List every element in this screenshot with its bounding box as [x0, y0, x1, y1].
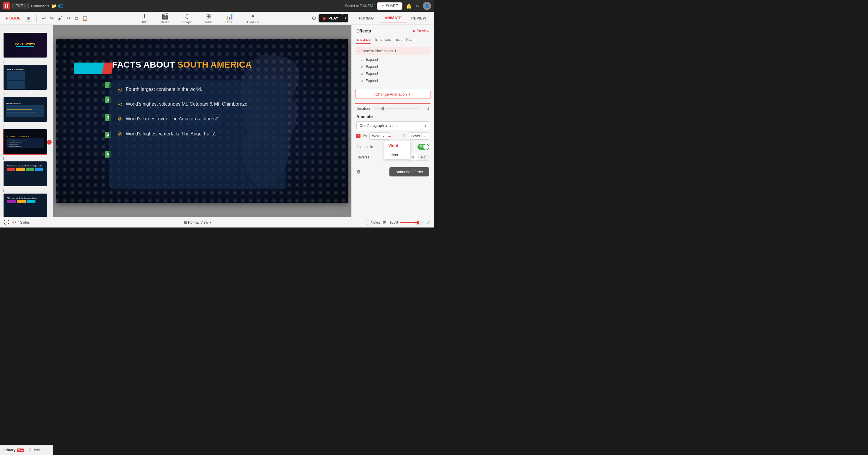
expand-item-3[interactable]: 3 Expand — [355, 70, 430, 77]
slide-view-toggle[interactable]: ⊞ — [25, 15, 32, 22]
text-tool[interactable]: T Text — [138, 11, 150, 25]
paste-button[interactable]: 📋 — [81, 14, 89, 22]
slide-active-indicator: + — [47, 140, 52, 144]
change-animation-button[interactable]: Change Animation ▾ — [355, 90, 430, 99]
tab-animate[interactable]: ANIMATE — [380, 14, 406, 23]
add-slide-button[interactable]: + SLIDE — [3, 14, 23, 22]
slide-item[interactable]: 2 What are Continents? — [0, 59, 53, 92]
slide-item[interactable]: 6 Africa is surrounded by three water bo… — [0, 188, 53, 217]
notification-icon[interactable]: 🔔 — [406, 3, 412, 9]
format-tabs: FORMAT ANIMATE REVIEW — [354, 14, 431, 23]
slide-label: SLIDE — [9, 16, 20, 20]
word-option[interactable]: Word — [384, 141, 410, 150]
by-checkbox[interactable] — [356, 134, 361, 138]
user-avatar[interactable]: 👤 — [423, 2, 431, 10]
toolbar-center: T Text 🎬 Media ⬡ Shape ⊞ Table 📊 Chart ✦… — [89, 11, 312, 25]
table-icon: ⊞ — [206, 13, 211, 20]
mail-icon[interactable]: ✉ — [415, 3, 419, 9]
letter-option[interactable]: Letter — [384, 150, 410, 159]
duration-slider-thumb[interactable] — [381, 106, 385, 111]
total-slides: 7 Slides — [17, 220, 30, 225]
duration-row: Duration 1 — [352, 105, 434, 112]
animate-in-toggle[interactable]: Yes — [417, 144, 429, 150]
cut-button[interactable]: ✂ — [66, 14, 72, 22]
tab-path[interactable]: Path — [406, 36, 414, 44]
addons-tool[interactable]: ✦ Add-Ons — [243, 11, 262, 25]
expand-item-1[interactable]: 1 Expand — [355, 56, 430, 63]
till-label: Till — [402, 134, 406, 138]
by-dropdown-container: Word ▾ Word Letter ← — [369, 132, 390, 139]
slide-item[interactable]: 5 North America is surrounded by four ma… — [0, 156, 53, 188]
play-dropdown-button[interactable]: ▾ — [343, 14, 348, 23]
paint-format-button[interactable]: 🖌 — [57, 14, 64, 22]
toolbar-divider — [36, 15, 37, 22]
slide-item[interactable]: 3 What are Continents? — [0, 92, 53, 124]
view-select-button[interactable]: ⊞ Normal View ▾ — [184, 220, 211, 225]
slide-item-active[interactable]: 4 FACTS ABOUT SOUTH AMERICA ● Fourth lar… — [0, 124, 53, 156]
zoom-slider[interactable] — [400, 222, 424, 223]
tab-review[interactable]: REVIEW — [407, 14, 431, 23]
slide-title: FACTS ABOUT SOUTH AMERICA — [112, 60, 252, 70]
current-slide: 4 — [12, 220, 14, 225]
content-item-3: ◎ World's largest river 'The Amazon rain… — [118, 116, 278, 122]
content-box: ◎ Fourth largest continent in the world.… — [109, 80, 286, 189]
footer-center: ⊞ Normal View ▾ — [30, 220, 365, 225]
preview-button[interactable]: Preview — [413, 29, 429, 33]
tab-exit[interactable]: Exit — [396, 36, 402, 44]
chart-label: Chart — [225, 20, 233, 24]
app-logo — [3, 2, 10, 9]
chat-icon[interactable]: 💬 — [4, 220, 9, 225]
table-tool[interactable]: ⊞ Table — [202, 11, 215, 25]
addons-icon: ✦ — [250, 13, 255, 20]
content-placeholder-header[interactable]: ▾ Content Placeholder 1 — [355, 47, 430, 55]
file-menu-button[interactable]: FILE ▾ — [12, 3, 29, 9]
play-button[interactable]: ▶ PLAY — [318, 14, 343, 23]
tab-entrance[interactable]: Entrance — [356, 36, 371, 44]
red-divider — [355, 103, 430, 104]
right-panel: Effects Preview Entrance Emphasis Exit P… — [351, 25, 434, 217]
red-arrow-indicator: ← — [386, 133, 392, 139]
settings-gear-icon[interactable]: ⚙ — [356, 169, 361, 175]
expand-item-4[interactable]: 4 Expand — [355, 77, 430, 85]
toolbar: + SLIDE ⊞ ↩ ↪ 🖌 ✂ ⧉ 📋 T Text 🎬 Media ⬡ S… — [0, 12, 434, 25]
reverse-no-button[interactable]: No — [417, 154, 429, 161]
chevron-down-icon: ▾ — [424, 135, 426, 138]
item-text-1: Fourth largest continent in the world. — [126, 86, 202, 93]
duration-slider-container[interactable] — [374, 108, 418, 109]
animate-section: Animate One Paragraph at a time ▾ By Wor… — [352, 112, 434, 165]
tab-format[interactable]: FORMAT — [354, 14, 380, 23]
animate-dropdown[interactable]: One Paragraph at a time — [356, 121, 429, 130]
slide-thumbnail: North America is surrounded by four majo… — [3, 161, 47, 187]
toggle-knob — [423, 144, 429, 150]
by-label: By — [363, 134, 367, 138]
expand-item-2[interactable]: 2 Expand — [355, 63, 430, 70]
slide-canvas[interactable]: FACTS ABOUT SOUTH AMERICA 1 2 3 4 5 ◎ Fo… — [56, 39, 348, 203]
slide-counter: 4 / 7 Slides — [12, 220, 30, 225]
slide-item[interactable]: 1 CONTINENTS — [0, 27, 53, 59]
toolbar-left: + SLIDE ⊞ ↩ ↪ 🖌 ✂ ⧉ 📋 — [3, 14, 89, 22]
duration-label: Duration — [356, 106, 370, 111]
svg-rect-3 — [7, 6, 8, 8]
fullscreen-icon[interactable]: ⤢ — [427, 220, 430, 225]
top-right-controls: Saved at 7:46 PM ⇪ SHARE 🔔 ✉ 👤 — [345, 2, 431, 10]
tab-emphasis[interactable]: Emphasis — [375, 36, 391, 44]
media-tool[interactable]: 🎬 Media — [157, 11, 172, 25]
redo-button[interactable]: ↪ — [49, 14, 55, 22]
duration-slider[interactable] — [374, 108, 418, 109]
till-dropdown[interactable]: Level 1 ▾ — [409, 132, 429, 139]
bullet-icon: ◎ — [118, 131, 122, 137]
bottom-controls: ⚙ Animation Order — [352, 165, 434, 179]
bullet-icon: ◎ — [118, 116, 122, 122]
shape-tool[interactable]: ⬡ Shape — [179, 11, 194, 25]
share-button[interactable]: ⇪ SHARE — [377, 2, 402, 10]
animation-order-button[interactable]: Animation Order — [390, 167, 429, 176]
zoom-thumb[interactable] — [416, 220, 420, 225]
copy-button[interactable]: ⧉ — [73, 14, 79, 22]
chevron-down-icon: ▾ — [209, 220, 211, 225]
toolbar-right: ⚙ ▶ PLAY ▾ FORMAT ANIMATE REVIEW — [311, 14, 431, 23]
bullet-icon: ◎ — [118, 87, 122, 92]
settings-button[interactable]: ⚙ — [311, 15, 316, 22]
chart-tool[interactable]: 📊 Chart — [222, 11, 236, 25]
undo-button[interactable]: ↩ — [41, 14, 47, 22]
notes-button[interactable]: 📄 Notes — [365, 220, 380, 225]
